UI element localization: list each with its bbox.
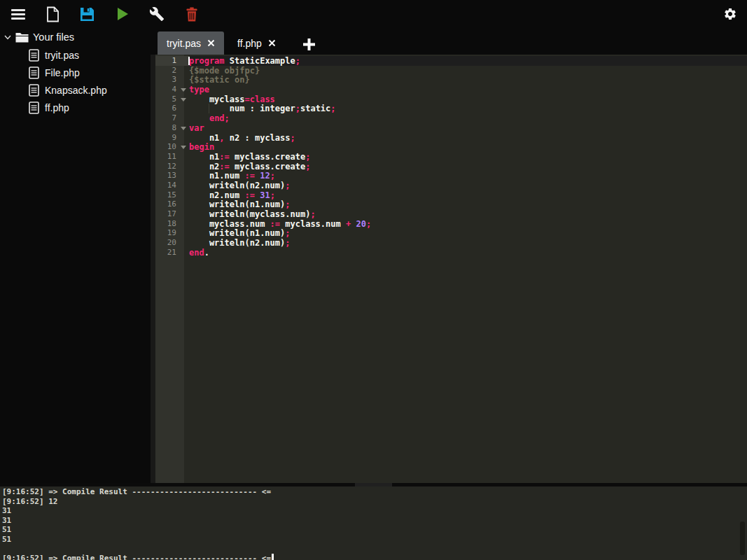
line-number: 19 (155, 228, 179, 238)
file-tree-item-tryit.pas[interactable]: tryit.pas (0, 46, 151, 64)
code-line[interactable]: 17 writeln(myclass.num); (155, 209, 747, 219)
code-line[interactable]: 11 n1:= myclass.create; (155, 152, 747, 162)
code-line[interactable]: 10begin (155, 142, 747, 152)
code-line[interactable]: 9 n1, n2 : myclass; (155, 133, 747, 143)
code-token: var (189, 123, 204, 133)
code-token: myclass.create (230, 162, 305, 172)
code-token: := (219, 162, 229, 172)
code-text: {$mode objfpc} (189, 66, 747, 76)
file-tree-sidebar: Your files tryit.pasFile.phpKnapsack.php… (0, 28, 151, 483)
code-token: ; (366, 219, 371, 229)
new-tab-button[interactable] (303, 38, 315, 50)
save-button[interactable] (78, 6, 95, 22)
tools-button[interactable] (148, 6, 165, 22)
settings-button[interactable] (722, 6, 739, 22)
code-line[interactable]: 14 writeln(n2.num); (155, 181, 747, 190)
code-token: ; (270, 171, 275, 181)
code-line[interactable]: 20 writeln(n2.num); (155, 238, 747, 248)
code-line[interactable]: 4type (155, 85, 747, 94)
code-token: ; (305, 152, 310, 162)
code-line[interactable]: 8var (155, 123, 747, 133)
code-token: ; (270, 190, 275, 200)
file-name-label: File.php (45, 67, 80, 78)
code-line[interactable]: 19 writeln(n1.num); (155, 228, 747, 238)
line-number: 4 (155, 85, 179, 94)
file-tree-item-File.php[interactable]: File.php (0, 64, 151, 81)
fold-gutter (179, 200, 189, 209)
fold-arrow-icon[interactable] (181, 146, 186, 149)
code-line[interactable]: 12 n2:= myclass.create; (155, 162, 747, 172)
menu-button[interactable] (10, 6, 27, 22)
fold-arrow-icon[interactable] (181, 98, 186, 102)
wrench-icon (149, 6, 165, 22)
line-number: 14 (155, 181, 179, 190)
fold-gutter[interactable] (179, 123, 189, 133)
code-line[interactable]: 1program StaticExample; (155, 56, 747, 66)
code-token: writeln(myclass.num) (189, 209, 310, 219)
code-text: n2:= myclass.create; (189, 162, 747, 172)
console-text: 51 (2, 525, 11, 534)
code-token: writeln(n2.num) (189, 181, 285, 190)
code-line[interactable]: 16 writeln(n1.num); (155, 200, 747, 209)
fold-gutter (179, 113, 189, 123)
line-number: 5 (155, 94, 179, 104)
new-file-icon (46, 6, 60, 22)
fold-gutter (179, 228, 189, 238)
file-tree-item-ff.php[interactable]: ff.php (0, 99, 151, 116)
tab-close-icon[interactable] (207, 39, 215, 47)
fold-gutter[interactable] (179, 94, 189, 104)
editor-left-margin (151, 55, 155, 483)
code-text: writeln(n1.num); (189, 200, 747, 209)
fold-arrow-icon[interactable] (181, 88, 186, 92)
fold-gutter[interactable] (179, 85, 189, 94)
fold-gutter (179, 162, 189, 172)
console-cursor (272, 554, 274, 560)
file-icon (29, 102, 39, 114)
code-line[interactable]: 15 n2.num := 31; (155, 190, 747, 200)
code-line[interactable]: 21end. (155, 248, 747, 258)
console-scrollbar-thumb[interactable] (740, 522, 745, 555)
output-console[interactable]: [9:16:52] => Compile Result ------------… (0, 486, 747, 560)
new-file-button[interactable] (44, 6, 61, 22)
code-token: writeln(n1.num) (189, 200, 285, 209)
code-token: end (189, 248, 204, 258)
code-token: {$mode objfpc} (189, 66, 260, 76)
console-line: [9:16:52] => Compile Result ------------… (2, 487, 747, 497)
code-text: end. (189, 248, 747, 258)
code-line[interactable]: 6 num : integer;static; (155, 104, 747, 113)
run-button[interactable] (114, 6, 131, 22)
code-token: ; (291, 133, 295, 143)
tab-ff.php[interactable]: ff.php (228, 31, 285, 55)
code-token: ; (295, 56, 300, 66)
code-text: n1, n2 : myclass; (189, 133, 747, 143)
line-number: 21 (155, 248, 179, 258)
code-text: var (189, 123, 747, 133)
console-text: 51 (2, 535, 11, 544)
file-list: tryit.pasFile.phpKnapsack.phpff.php (0, 46, 151, 116)
line-number: 17 (155, 209, 179, 219)
code-text: begin (189, 142, 747, 152)
line-number: 13 (155, 171, 179, 181)
code-line[interactable]: 7 end; (155, 113, 747, 123)
line-number: 11 (155, 152, 179, 162)
hamburger-icon (11, 8, 25, 20)
tab-close-icon[interactable] (268, 39, 276, 47)
code-token: . (204, 248, 209, 258)
chevron-down-icon[interactable] (4, 35, 11, 40)
fold-arrow-icon[interactable] (181, 127, 186, 130)
code-line[interactable]: 5 myclass=class (155, 94, 747, 104)
code-line[interactable]: 13 n1.num := 12; (155, 171, 747, 181)
code-token: =class (244, 94, 274, 104)
tab-tryit.pas[interactable]: tryit.pas (158, 31, 224, 55)
tree-root-your-files[interactable]: Your files (0, 28, 151, 46)
code-editor[interactable]: 1program StaticExample;2{$mode objfpc}3{… (151, 55, 747, 483)
code-line[interactable]: 2{$mode objfpc} (155, 66, 747, 76)
code-text: n1.num := 12; (189, 171, 747, 181)
file-tree-item-Knapsack.php[interactable]: Knapsack.php (0, 81, 151, 99)
code-token: end; (209, 113, 230, 123)
code-line[interactable]: 3{$static on} (155, 75, 747, 85)
delete-button[interactable] (183, 6, 200, 22)
console-text: [9:16:52] => Compile Result ------------… (2, 487, 271, 496)
fold-gutter[interactable] (179, 142, 189, 152)
code-line[interactable]: 18 myclass.num := myclass.num + 20; (155, 219, 747, 229)
